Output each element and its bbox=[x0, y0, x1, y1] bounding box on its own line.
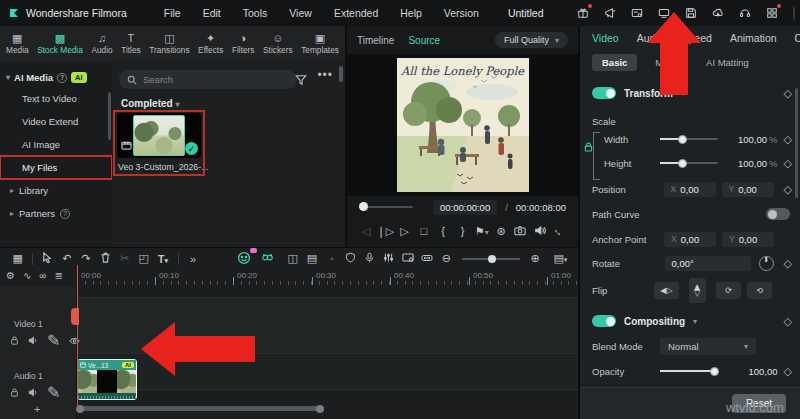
previous-frame-button[interactable]: ◁ bbox=[357, 225, 375, 238]
rotate-ccw-button[interactable]: ⟲ bbox=[747, 282, 772, 299]
stock-item-card[interactable]: ✓ Veo 3-Custom_2026-... bbox=[115, 112, 203, 174]
help-icon[interactable]: ? bbox=[57, 73, 67, 83]
timeline-horizontal-scrollbar[interactable] bbox=[78, 406, 322, 411]
sidebar-item-video-extend[interactable]: Video Extend bbox=[0, 110, 112, 133]
playhead-line[interactable] bbox=[77, 265, 78, 410]
properties-scrollbar[interactable] bbox=[795, 88, 798, 198]
mute-track-icon[interactable] bbox=[28, 331, 38, 350]
subtab-ai-matting[interactable]: AI Matting bbox=[696, 54, 759, 71]
link-clips-icon[interactable]: ∞ bbox=[39, 270, 46, 281]
height-slider[interactable] bbox=[660, 162, 718, 164]
tab-titles[interactable]: TTitles bbox=[121, 33, 141, 55]
render-preview-button[interactable]: ⊛ bbox=[492, 225, 510, 238]
more-tools-icon[interactable]: » bbox=[184, 253, 203, 265]
sidebar-item-ai-image[interactable]: AI Image bbox=[0, 133, 112, 156]
timeline-ruler[interactable]: 00:00 00:10 00:20 00:30 00:40 00:50 01:0… bbox=[77, 269, 578, 286]
play-button[interactable]: ▷ bbox=[396, 225, 414, 238]
audio-mixer-icon[interactable] bbox=[379, 252, 398, 265]
more-options-icon[interactable]: ••• bbox=[317, 68, 333, 82]
marker-range-icon[interactable] bbox=[418, 253, 437, 265]
keyframe-diamond-icon[interactable]: ◇ bbox=[784, 133, 792, 146]
opacity-slider[interactable] bbox=[660, 370, 718, 372]
megaphone-icon[interactable] bbox=[603, 6, 617, 20]
tab-filters[interactable]: ◑Filters bbox=[232, 33, 255, 55]
add-track-button[interactable]: + bbox=[34, 403, 40, 415]
sidebar-group-partners[interactable]: ▸ Partners ? bbox=[0, 202, 112, 225]
flip-horizontal-button[interactable]: ◀▷ bbox=[654, 282, 679, 299]
tab-color[interactable]: Color bbox=[795, 32, 800, 44]
ai-copilot-icon[interactable] bbox=[235, 251, 254, 267]
video-track-lane[interactable] bbox=[0, 297, 578, 354]
hide-track-eye-icon[interactable] bbox=[69, 331, 80, 350]
stop-button[interactable]: □ bbox=[415, 225, 433, 237]
volume-button[interactable] bbox=[531, 225, 549, 238]
blend-mode-dropdown[interactable]: Normal ▾ bbox=[660, 338, 756, 355]
split-scissors-icon[interactable]: ✂ bbox=[115, 252, 134, 265]
undo-icon[interactable]: ↶ bbox=[57, 252, 76, 265]
flip-vertical-button[interactable]: ◀▷ bbox=[689, 278, 706, 303]
lock-track-icon[interactable] bbox=[10, 331, 19, 350]
tab-media[interactable]: ▦Media bbox=[6, 33, 29, 55]
path-curve-toggle[interactable] bbox=[766, 208, 790, 220]
width-slider[interactable] bbox=[660, 138, 718, 140]
width-slider-handle[interactable] bbox=[678, 135, 687, 144]
position-x-field[interactable]: X0,00 bbox=[664, 182, 716, 197]
playhead-grip[interactable] bbox=[71, 308, 79, 325]
stock-item-label[interactable]: Veo 3-Custom_2026-... bbox=[115, 162, 203, 172]
keyframe-diamond-icon[interactable]: ◇ bbox=[784, 87, 792, 100]
anchor-y-field[interactable]: Y0,00 bbox=[722, 232, 774, 247]
content-scrollbar[interactable] bbox=[339, 66, 343, 82]
tab-stickers[interactable]: ☺Stickers bbox=[263, 33, 293, 55]
screen-record-icon[interactable] bbox=[398, 252, 417, 265]
mark-out-button[interactable]: } bbox=[453, 225, 471, 237]
opacity-value[interactable]: 100,00 bbox=[726, 366, 778, 377]
render-queue-icon[interactable] bbox=[630, 6, 644, 20]
quality-selector[interactable]: Full Quality ▾ bbox=[495, 32, 568, 48]
tab-transitions[interactable]: ◫Transitions bbox=[149, 33, 189, 55]
tab-effects[interactable]: ✦Effects bbox=[198, 33, 223, 55]
track-height-icon[interactable]: ▤▾ bbox=[551, 252, 570, 265]
menu-file[interactable]: File bbox=[164, 7, 181, 19]
height-slider-handle[interactable] bbox=[678, 159, 687, 168]
export-clip-icon[interactable]: ▤ bbox=[302, 252, 321, 265]
opacity-slider-handle[interactable] bbox=[710, 367, 719, 376]
timeline-clip[interactable]: Ve...13 AI bbox=[77, 359, 137, 400]
media-browser-toggle-icon[interactable]: ▦ bbox=[8, 252, 27, 265]
cloud-upload-icon[interactable] bbox=[711, 6, 725, 20]
tab-templates[interactable]: ▣Templates bbox=[301, 33, 339, 55]
tab-stock-media[interactable]: ▩Stock Media bbox=[37, 33, 83, 55]
zoom-out-icon[interactable]: ⊖ bbox=[437, 252, 456, 265]
snapshot-button[interactable] bbox=[511, 225, 529, 238]
delete-icon[interactable] bbox=[96, 252, 115, 265]
menu-edit[interactable]: Edit bbox=[203, 7, 221, 19]
next-frame-button[interactable]: ❘▷ bbox=[376, 225, 394, 238]
scrubber-handle[interactable] bbox=[359, 202, 368, 211]
apps-grid-icon[interactable] bbox=[765, 6, 779, 20]
sidebar-scrollbar[interactable] bbox=[108, 92, 111, 140]
menu-version[interactable]: Version bbox=[444, 7, 479, 19]
search-bar[interactable] bbox=[119, 70, 297, 89]
search-input[interactable] bbox=[143, 74, 273, 85]
speed-ramp-icon[interactable]: ◔ bbox=[322, 253, 341, 265]
sidebar-group-library[interactable]: ▸ Library bbox=[0, 179, 112, 202]
anchor-x-field[interactable]: X0,00 bbox=[664, 232, 716, 247]
current-timecode[interactable]: 00:00:00:00 bbox=[433, 200, 497, 215]
menu-view[interactable]: View bbox=[289, 7, 312, 19]
subtab-basic[interactable]: Basic bbox=[592, 54, 637, 71]
mask-shield-icon[interactable] bbox=[341, 252, 360, 265]
keyframe-diamond-icon[interactable]: ◇ bbox=[784, 315, 792, 328]
magnetic-snap-icon[interactable]: ∿ bbox=[23, 270, 31, 281]
stock-item-thumbnail[interactable]: ✓ bbox=[117, 113, 201, 158]
preview-scrubber[interactable] bbox=[359, 206, 413, 208]
crop-icon[interactable]: ◰ bbox=[134, 252, 153, 265]
redo-icon[interactable]: ↷ bbox=[77, 252, 96, 265]
fullscreen-button[interactable]: ↔ bbox=[548, 220, 569, 241]
apply-effect-icon[interactable]: ✎ bbox=[47, 383, 60, 402]
chevron-down-icon[interactable]: ▾ bbox=[693, 317, 697, 326]
width-value[interactable]: 100,00% bbox=[726, 134, 778, 145]
height-value[interactable]: 100,00% bbox=[726, 158, 778, 169]
filter-funnel-icon[interactable] bbox=[295, 72, 307, 90]
position-y-field[interactable]: Y0,00 bbox=[722, 182, 774, 197]
voiceover-mic-icon[interactable] bbox=[360, 252, 379, 265]
tab-preview-timeline[interactable]: Timeline bbox=[357, 35, 394, 46]
